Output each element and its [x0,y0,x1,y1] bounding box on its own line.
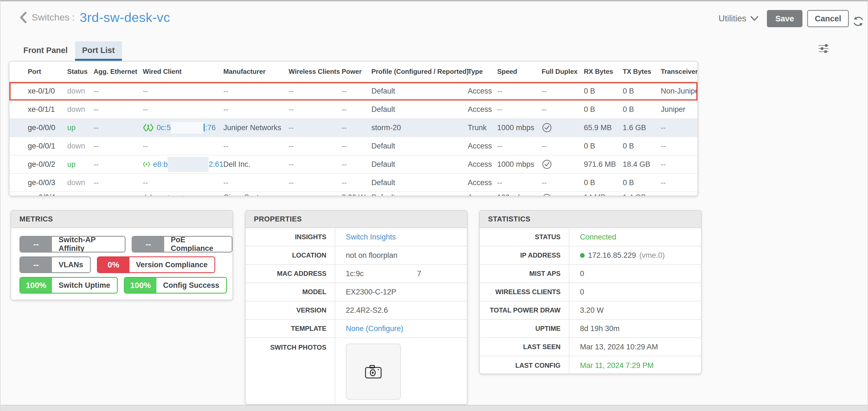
table-row[interactable]: xe-0/1/1 down -- -- -- -- -- Default Acc… [9,100,698,119]
col-port[interactable]: Port [28,68,67,75]
refresh-icon [853,16,864,27]
property-row-template: TEMPLATE None (Configure) [246,320,467,338]
redacted-char-fragment [204,124,205,132]
port-table-header: Port Status Agg. Ethernet Wired Client M… [9,62,698,82]
table-row[interactable]: ge-0/0/3 down -- -- -- -- -- Default Acc… [9,174,698,192]
col-wired-client[interactable]: Wired Client [143,68,223,75]
table-row[interactable]: xe-0/1/0 down -- -- -- -- -- Default Acc… [9,82,698,100]
col-full-duplex[interactable]: Full Duplex [541,68,584,75]
sliders-icon [817,43,830,54]
full-duplex-cell [541,159,584,170]
full-duplex-check-icon [541,193,552,196]
save-button[interactable]: Save [767,10,802,27]
metric-switch-uptime[interactable]: 100% Switch Uptime [20,277,118,294]
stat-row-last-config: LAST CONFIG Mar 11, 2024 7:29 PM [480,356,701,374]
col-tx-bytes[interactable]: TX Bytes [623,68,661,75]
wired-client-cell: 30:f7:0 | 60:3..3 [143,193,223,196]
refresh-button[interactable] [853,16,864,27]
col-transceiver[interactable]: Transceiver [661,68,698,75]
wired-client-cell: 0c:5 :76 [143,122,223,134]
stat-row-last-seen: LAST SEEN Mar 13, 2024 10:29 AM [480,338,701,356]
properties-panel: PROPERTIES INSIGHTS Switch Insights LOCA… [245,210,467,405]
stat-row-uptime: UPTIME 8d 19h 30m [480,320,701,338]
metrics-panel: METRICS -- Switch-AP Affinity -- PoE Com… [10,210,233,300]
table-row[interactable]: ge-0/0/4 up -- 30:f7:0 | 60:3..3 Cisco S… [9,192,698,196]
utilities-dropdown[interactable]: Utilities [719,13,758,24]
tab-port-list[interactable]: Port List [75,41,122,61]
wired-client-link[interactable]: e8:b 2:61 [153,157,223,172]
ip-status-dot-icon [580,253,585,258]
header-controls: Utilities Save Cancel [1,1,867,35]
table-row[interactable]: ge-0/0/0 up -- 0c:5 :76 [9,119,698,137]
metric-config-success[interactable]: 100% Config Success [124,277,227,294]
stat-row-ip-address: IP ADDRESS 172.16.85.229 (vme.0) [480,246,701,265]
full-duplex-check-icon [541,123,552,133]
redaction-box [167,157,209,172]
switch-detail-page: Switches : 3rd-sw-desk-vc Utilities Save… [0,0,868,411]
table-row[interactable]: ge-0/0/1 down -- -- -- -- -- Default Acc… [9,137,698,156]
property-row-model: MODEL EX2300-C-12P [246,283,467,301]
properties-panel-title: PROPERTIES [246,211,467,228]
metrics-body: -- Switch-AP Affinity -- PoE Compliance … [11,228,232,294]
metrics-panel-title: METRICS [11,211,232,228]
stat-row-mist-aps: MIST APS 0 [480,265,701,283]
property-row-switch-photos: SWITCH PHOTOS [246,338,467,405]
metric-vlans[interactable]: -- VLANs [20,256,91,273]
full-duplex-cell [541,123,584,133]
wired-client-link[interactable]: 30:f7:0 | 60:3..3 [157,194,209,197]
stat-row-wireless-clients: WIRELESS CLIENTS 0 [480,283,701,301]
wired-client-cell: e8:b 2:61 [143,157,223,172]
property-row-insights: INSIGHTS Switch Insights [246,228,467,246]
camera-icon [365,364,382,379]
window-bottom-edge [1,405,867,411]
tab-front-panel[interactable]: Front Panel [16,41,75,61]
wired-client-link[interactable]: 0c:5 :76 [157,122,216,134]
cancel-button[interactable]: Cancel [807,10,849,27]
table-row[interactable]: ge-0/0/2 up -- e8:b 2:61 Dell Inc. -- --… [9,156,698,174]
property-row-version: VERSION 22.4R2-S2.6 [246,301,467,320]
col-wireless-clients[interactable]: Wireless Clients [288,68,342,75]
table-settings-button[interactable] [817,43,830,54]
utilities-label: Utilities [719,13,746,24]
port-list-table: Port Status Agg. Ethernet Wired Client M… [9,61,698,196]
stat-row-status: STATUS Connected [480,228,701,246]
access-point-icon [143,123,154,133]
col-manufacturer[interactable]: Manufacturer [223,68,288,75]
metric-version-compliance[interactable]: 0% Version Compliance [97,256,215,273]
property-row-mac-address: MAC ADDRESS 1c:9c 7 [246,265,467,283]
statistics-panel: STATISTICS STATUS Connected IP ADDRESS 1… [479,210,702,374]
wired-client-icon [143,159,150,170]
col-profile[interactable]: Profile (Configured / Reported) [371,68,468,75]
property-row-location: LOCATION not on floorplan [246,246,467,265]
metric-poe-compliance[interactable]: -- PoE Compliance [132,236,232,252]
col-speed[interactable]: Speed [497,68,541,75]
wired-client-icon [143,193,154,196]
col-rx-bytes[interactable]: RX Bytes [584,68,623,75]
col-status[interactable]: Status [67,68,94,75]
switch-insights-link[interactable]: Switch Insights [346,233,396,241]
switch-photo-upload[interactable] [346,344,401,400]
col-agg-ethernet[interactable]: Agg. Ethernet [94,68,143,75]
template-configure-link[interactable]: None (Configure) [346,324,403,333]
stat-row-total-power-draw: TOTAL POWER DRAW 3.20 W [480,301,701,320]
status-badge: Connected [580,233,616,241]
redaction-box [171,122,204,134]
tab-bar: Front Panel Port List [16,41,122,61]
statistics-panel-title: STATISTICS [480,211,701,228]
full-duplex-cell [541,193,584,196]
col-type[interactable]: Type [468,68,497,75]
col-power[interactable]: Power [342,68,371,75]
full-duplex-check-icon [541,159,552,170]
chevron-down-icon [750,16,758,21]
metric-switch-ap-affinity[interactable]: -- Switch-AP Affinity [20,236,126,252]
